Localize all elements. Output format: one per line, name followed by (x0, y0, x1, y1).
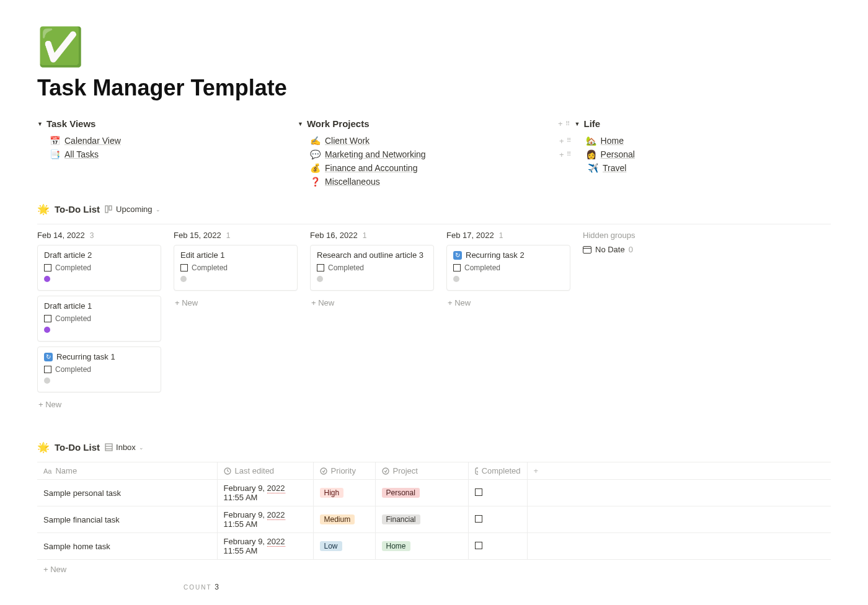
nav-heading-work-projects[interactable]: ▼ Work Projects (298, 118, 558, 129)
cell-project[interactable]: Personal (375, 480, 468, 506)
priority-tag: Medium (320, 514, 355, 524)
board-column: Feb 16, 20221Research and outline articl… (310, 231, 434, 412)
new-card-button[interactable]: + New (446, 296, 570, 310)
table-row[interactable]: Sample personal taskFebruary 9, 2022 11:… (37, 480, 831, 506)
nav-heading-life[interactable]: ▼ Life (575, 118, 601, 129)
view-label: Inbox (116, 443, 136, 452)
nav-item-label[interactable]: Personal (601, 149, 635, 159)
cell-priority[interactable]: Medium (313, 506, 375, 533)
board-column-header[interactable]: Feb 15, 20221 (174, 231, 298, 240)
col-header-last-edited[interactable]: Last edited (217, 462, 313, 480)
calendar-icon (583, 246, 591, 254)
nav-heading-task-views[interactable]: ▼ Task Views (37, 118, 298, 129)
drag-handle-icon[interactable]: ⠿ (567, 138, 572, 144)
cell-completed[interactable] (468, 480, 527, 506)
col-header-project[interactable]: Project (375, 462, 468, 480)
checkbox-icon[interactable] (475, 542, 482, 549)
nav-item-label[interactable]: Home (601, 136, 624, 146)
page-icon[interactable]: ✅ (37, 25, 831, 69)
new-row-button[interactable]: + New (37, 560, 831, 580)
nav-item-finance[interactable]: 💰 Finance and Accounting (298, 161, 558, 175)
view-selector-upcoming[interactable]: Upcoming ⌄ (105, 205, 161, 214)
drag-handle-icon[interactable]: ⠿ (565, 121, 571, 127)
nav-item-client-work[interactable]: ✍️ Client Work (298, 134, 558, 148)
checkbox-icon[interactable] (44, 315, 51, 322)
board-column-header[interactable]: Feb 16, 20221 (310, 231, 434, 240)
checkbox-icon[interactable] (453, 264, 461, 272)
board-card[interactable]: ↻Recurring task 2Completed (446, 245, 570, 291)
checkbox-icon[interactable] (317, 264, 324, 272)
no-date-group[interactable]: No Date 0 (583, 245, 682, 254)
table-view-icon (105, 443, 113, 451)
checkbox-icon[interactable] (44, 366, 51, 373)
table-row[interactable]: Sample financial taskFebruary 9, 2022 11… (37, 506, 831, 533)
add-page-button[interactable]: +⠿ (558, 119, 571, 128)
column-count: 3 (90, 231, 94, 240)
question-icon: ❓ (310, 177, 320, 187)
checkbox-icon[interactable] (475, 515, 482, 523)
cell-name[interactable]: Sample financial task (37, 506, 217, 533)
new-card-button[interactable]: + New (37, 397, 161, 412)
col-header-completed[interactable]: Completed (468, 462, 527, 480)
cell-priority[interactable]: Low (313, 533, 375, 560)
house-icon: 🏡 (586, 136, 596, 146)
board-column-header[interactable]: Feb 14, 20223 (37, 231, 161, 240)
card-title: Draft article 2 (44, 250, 154, 260)
drag-handle-icon[interactable]: ⠿ (567, 151, 572, 157)
board-card[interactable]: Edit article 1Completed (174, 245, 298, 291)
board-card[interactable]: Research and outline article 3Completed (310, 245, 434, 291)
cell-completed[interactable] (468, 506, 527, 533)
checkbox-icon[interactable] (180, 264, 188, 272)
completed-label: Completed (464, 263, 500, 272)
nav-item-label: Client Work (325, 136, 370, 146)
chevron-down-icon: ⌄ (156, 206, 161, 213)
table-row[interactable]: Sample home taskFebruary 9, 2022 11:55 A… (37, 533, 831, 560)
column-date: Feb 15, 2022 (174, 231, 221, 240)
nav-item-marketing[interactable]: 💬 Marketing and Networking (298, 148, 558, 161)
column-count: 1 (499, 231, 503, 240)
nav-col-life: +⠿ ▼ Life +⠿ 🏡 Home +⠿ 👩 Personal ✈️ Tra… (558, 118, 818, 188)
nav-item-travel[interactable]: ✈️ Travel (558, 161, 818, 175)
board-column-header[interactable]: Feb 17, 20221 (446, 231, 570, 240)
new-card-button[interactable]: + New (310, 296, 434, 310)
nav-item-label: Finance and Accounting (325, 163, 417, 173)
nav-item-calendar-view[interactable]: 📅 Calendar View (37, 134, 298, 148)
checkbox-icon[interactable] (44, 264, 51, 272)
cell-project[interactable]: Financial (375, 506, 468, 533)
board-card[interactable]: Draft article 2Completed (37, 245, 161, 291)
column-date: Feb 17, 2022 (446, 231, 494, 240)
section-title[interactable]: To-Do List (55, 204, 100, 214)
gray-dot-icon (44, 378, 50, 384)
board-card[interactable]: Draft article 1Completed (37, 296, 161, 342)
card-completed-row: Completed (317, 263, 427, 272)
star-icon: 🌟 (37, 441, 50, 453)
col-header-add[interactable]: + (527, 462, 831, 480)
cell-name[interactable]: Sample personal task (37, 480, 217, 506)
add-page-button[interactable]: +⠿ (559, 150, 572, 159)
new-card-button[interactable]: + New (174, 296, 298, 310)
col-header-name[interactable]: AaName (37, 462, 217, 480)
nav-item-all-tasks[interactable]: 📑 All Tasks (37, 148, 298, 161)
cell-priority[interactable]: High (313, 480, 375, 506)
section-title[interactable]: To-Do List (55, 442, 100, 453)
checkbox-icon[interactable] (475, 488, 482, 496)
board-view-icon (105, 205, 113, 213)
clock-icon (224, 467, 231, 475)
view-selector-inbox[interactable]: Inbox ⌄ (105, 443, 144, 452)
nav-item-label: All Tasks (64, 149, 99, 159)
board-column: Feb 15, 20221Edit article 1Completed+ Ne… (174, 231, 298, 412)
svg-point-8 (321, 468, 327, 474)
cell-name[interactable]: Sample home task (37, 533, 217, 560)
card-completed-row: Completed (44, 263, 154, 272)
count-label: COUNT (184, 584, 211, 591)
col-header-priority[interactable]: Priority (313, 462, 375, 480)
cell-project[interactable]: Home (375, 533, 468, 560)
cell-last-edited: February 9, 2022 11:55 AM (217, 533, 313, 560)
nav-item-misc[interactable]: ❓ Miscellaneous (298, 175, 558, 188)
hidden-groups-column: Hidden groups No Date 0 (583, 231, 682, 412)
cell-completed[interactable] (468, 533, 527, 560)
board-card[interactable]: ↻Recurring task 1Completed (37, 347, 161, 392)
add-page-button[interactable]: +⠿ (559, 136, 572, 146)
project-tag: Financial (382, 514, 420, 524)
calendar-icon: 📅 (50, 136, 60, 146)
